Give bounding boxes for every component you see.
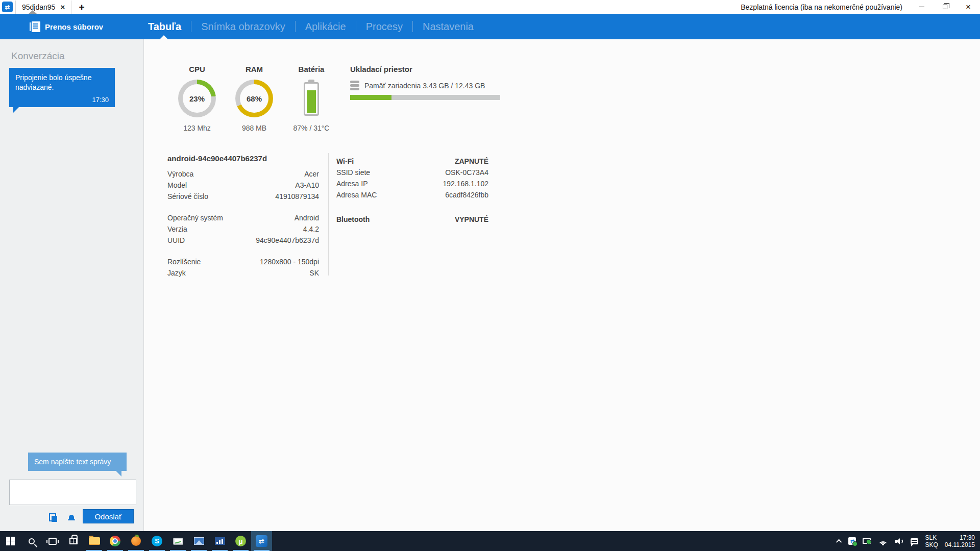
battery-icon	[302, 80, 321, 117]
battery-gauge: Batéria 87% / 31°C	[287, 65, 336, 132]
device-info: android-94c90e4407b6237d VýrobcaAcer Mod…	[167, 154, 319, 289]
bluetooth-header-row: BluetoothVYPNUTÉ	[336, 214, 488, 225]
fl-studio-icon	[131, 536, 141, 546]
battery-title: Batéria	[287, 65, 336, 73]
chat-message-bubble: Pripojenie bolo úspešne nadviazané. 17:3…	[9, 68, 115, 107]
store-icon	[69, 538, 78, 544]
minimize-button[interactable]	[910, 0, 933, 14]
photos-button[interactable]	[188, 531, 209, 551]
security-monitor-tray-icon[interactable]	[863, 538, 871, 544]
system-monitor-button[interactable]	[167, 531, 188, 551]
action-center-icon[interactable]	[911, 538, 918, 544]
composer-tooltip: Sem napíšte text správy	[28, 453, 127, 471]
info-row: SSID sieteOSK-0C73A4	[336, 167, 488, 178]
new-tab-button[interactable]: +	[71, 0, 92, 14]
office-app-button[interactable]	[209, 531, 230, 551]
session-tab-label: 95djdan95	[22, 3, 55, 11]
search-button[interactable]	[21, 531, 42, 551]
tab-separator	[412, 21, 413, 32]
storage-progressbar	[350, 95, 500, 100]
buzz-icon[interactable]	[67, 513, 76, 522]
dashboard: CPU 23% 123 Mhz RAM 68% 988 MB Batéria 8…	[144, 39, 980, 531]
wifi-header-row: Wi-FiZAPNUTÉ	[336, 156, 488, 167]
tray-chevron-icon[interactable]	[836, 539, 842, 544]
send-button[interactable]: Odoslať	[83, 509, 134, 523]
tab-screenshot[interactable]: Snímka obrazovky	[201, 21, 285, 33]
file-transfer-label: Prenos súborov	[45, 22, 103, 31]
file-explorer-button[interactable]	[84, 531, 105, 551]
windows-store-button[interactable]	[63, 531, 84, 551]
battery-sublabel: 87% / 31°C	[287, 124, 336, 132]
wifi-tray-icon[interactable]	[877, 538, 889, 545]
send-file-icon[interactable]	[49, 513, 57, 522]
language-indicator[interactable]: SLK SKQ	[925, 534, 938, 548]
ram-donut: 68%	[235, 80, 273, 117]
start-button[interactable]	[0, 531, 21, 551]
teamviewer-tray-icon[interactable]: ⇄	[848, 537, 856, 545]
tab-dashboard[interactable]: Tabuľa	[148, 21, 181, 33]
cpu-title: CPU	[173, 65, 222, 73]
tab-close-icon[interactable]: ×	[60, 3, 65, 11]
tooltip-tail	[116, 471, 121, 477]
tab-separator	[356, 21, 356, 32]
titlebar: ⇄ 95djdan95 × + Bezplatná licencia (iba …	[0, 0, 980, 14]
tab-applications[interactable]: Aplikácie	[305, 21, 346, 33]
folder-icon	[89, 537, 100, 545]
license-text: Bezplatná licencia (iba na nekomerčné po…	[741, 3, 910, 11]
info-row: Sériové číslo41910879134	[167, 191, 319, 202]
info-divider	[328, 153, 329, 276]
info-row: JazykSK	[167, 267, 319, 279]
teamviewer-logo-icon: ⇄	[2, 2, 13, 12]
cpu-value: 23%	[183, 84, 211, 113]
fl-studio-button[interactable]	[126, 531, 146, 551]
teamviewer-icon: ⇄	[256, 535, 267, 547]
ram-gauge: RAM 68% 988 MB	[230, 65, 279, 132]
storage-usage-text: Pamäť zariadenia 3.43 GB / 12.43 GB	[364, 82, 485, 90]
office-app-icon	[215, 537, 225, 545]
info-row: Adresa IP192.168.1.102	[336, 178, 488, 189]
volume-tray-icon[interactable]	[895, 538, 904, 545]
ram-title: RAM	[230, 65, 279, 73]
tab-separator	[191, 21, 191, 32]
chat-input[interactable]	[9, 480, 136, 505]
windows-logo-icon	[6, 537, 15, 545]
clock-date: 04.11.2015	[945, 541, 975, 548]
tab-settings[interactable]: Nastavenia	[423, 21, 474, 33]
network-info: Wi-FiZAPNUTÉ SSID sieteOSK-0C73A4 Adresa…	[336, 154, 488, 225]
windows-taskbar: S µ ⇄ ⇄ SLK SKQ 17:30 04.11.2015	[0, 531, 980, 551]
toolbar: Prenos súborov Tabuľa Snímka obrazovky A…	[0, 14, 980, 39]
close-button[interactable]: ×	[957, 0, 980, 14]
teamviewer-taskbar-button[interactable]: ⇄	[251, 531, 272, 551]
restore-button[interactable]	[933, 0, 957, 14]
cpu-donut: 23%	[178, 80, 216, 117]
task-view-icon	[48, 538, 57, 545]
tab-separator	[295, 21, 296, 32]
chrome-button[interactable]	[105, 531, 126, 551]
session-tab[interactable]: 95djdan95 ×	[16, 0, 71, 14]
active-toolbar-tab-caret	[160, 35, 168, 39]
info-row: Adresa MAC6cadf8426fbb	[336, 189, 488, 201]
clock-time: 17:30	[960, 534, 975, 541]
task-view-button[interactable]	[42, 531, 63, 551]
photos-icon	[194, 537, 204, 545]
file-transfer-button[interactable]: Prenos súborov	[32, 14, 103, 39]
storage-title: Ukladací priestor	[350, 65, 503, 73]
utorrent-button[interactable]: µ	[230, 531, 251, 551]
ram-sublabel: 988 MB	[230, 124, 279, 132]
cpu-sublabel: 123 Mhz	[173, 124, 222, 132]
info-row: VýrobcaAcer	[167, 168, 319, 180]
chrome-icon	[110, 536, 120, 546]
storage-progress-fill	[350, 95, 391, 100]
ram-value: 68%	[240, 84, 268, 113]
skype-button[interactable]: S	[146, 531, 167, 551]
search-icon	[29, 538, 35, 544]
utorrent-icon: µ	[235, 536, 246, 546]
storage-disks-icon	[350, 81, 359, 90]
clock[interactable]: 17:30 04.11.2015	[945, 534, 975, 548]
device-name: android-94c90e4407b6237d	[167, 154, 319, 168]
info-row: Rozlíšenie1280x800 - 150dpi	[167, 256, 319, 267]
file-transfer-icon	[32, 21, 40, 32]
tab-processes[interactable]: Procesy	[366, 21, 403, 33]
composer-tooltip-text: Sem napíšte text správy	[34, 458, 111, 466]
composer-icons	[49, 513, 76, 522]
